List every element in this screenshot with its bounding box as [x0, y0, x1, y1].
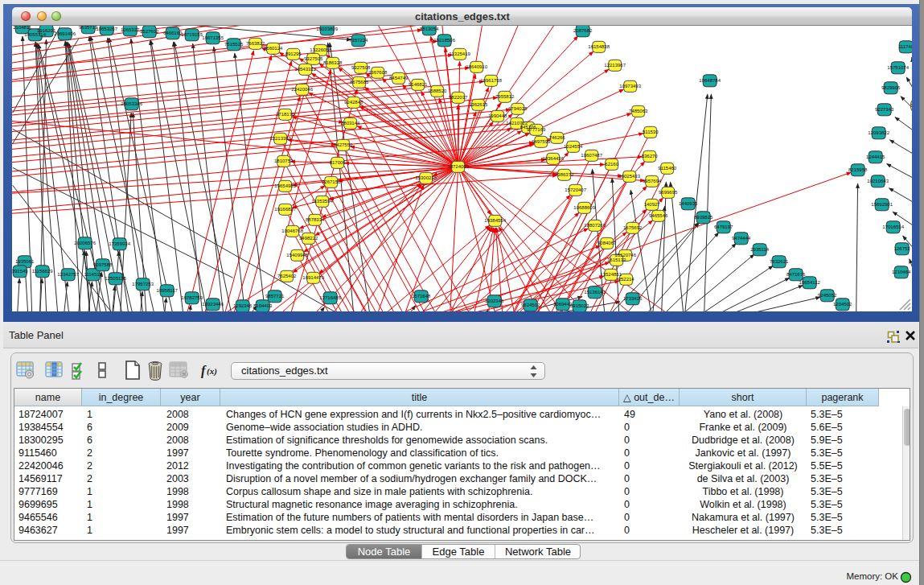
svg-text:20364436: 20364436 [543, 155, 565, 160]
svg-text:391549: 391549 [12, 268, 28, 273]
svg-text:3498222: 3498222 [299, 235, 318, 240]
svg-text:12023446: 12023446 [203, 301, 224, 306]
svg-text:1527602: 1527602 [140, 28, 159, 33]
svg-text:9465546: 9465546 [649, 212, 668, 217]
svg-text:1024554: 1024554 [564, 143, 583, 148]
svg-text:22420046: 22420046 [292, 86, 314, 91]
svg-text:8186328: 8186328 [323, 60, 343, 64]
svg-text:9829906: 9829906 [881, 84, 901, 89]
svg-text:9115460: 9115460 [659, 165, 678, 170]
svg-text:15751074: 15751074 [888, 64, 910, 69]
svg-text:10958117: 10958117 [157, 287, 179, 292]
svg-text:10607487: 10607487 [581, 152, 603, 157]
svg-text:6466160: 6466160 [163, 30, 183, 35]
svg-text:10653267: 10653267 [97, 26, 118, 31]
svg-text:9474444: 9474444 [732, 235, 751, 240]
svg-text:12213369: 12213369 [270, 135, 292, 140]
svg-text:10973493: 10973493 [620, 83, 642, 88]
svg-text:17359934: 17359934 [109, 241, 131, 245]
svg-text:19166827: 19166827 [275, 206, 297, 211]
svg-text:10688609: 10688609 [574, 204, 596, 209]
svg-text:13716485: 13716485 [320, 295, 342, 299]
svg-text:16671355: 16671355 [203, 35, 224, 39]
svg-text:1440935: 1440935 [679, 200, 698, 205]
svg-text:1065327: 1065327 [121, 27, 140, 31]
svg-text:1571648: 1571648 [412, 293, 431, 298]
svg-text:1114519: 1114519 [84, 271, 103, 276]
svg-text:10046768: 10046768 [282, 228, 304, 233]
svg-text:19654985: 19654985 [275, 183, 297, 187]
svg-text:11353594: 11353594 [312, 198, 334, 203]
svg-text:10025433: 10025433 [619, 173, 641, 178]
svg-text:2367608: 2367608 [368, 69, 388, 74]
svg-text:9227343: 9227343 [875, 106, 894, 111]
svg-text:20053346: 20053346 [121, 101, 143, 105]
svg-text:16154838: 16154838 [589, 43, 610, 48]
svg-text:16914479: 16914479 [303, 274, 325, 279]
svg-text:9097588: 9097588 [93, 262, 113, 266]
svg-text:7386372: 7386372 [555, 171, 574, 176]
svg-text:111748: 111748 [898, 43, 912, 48]
svg-text:15136141: 15136141 [585, 289, 606, 294]
svg-text:13226058: 13226058 [310, 47, 332, 51]
svg-text:1675692: 1675692 [623, 225, 643, 229]
svg-text:7357224: 7357224 [349, 37, 368, 42]
svg-text:20206576: 20206576 [75, 240, 97, 245]
svg-text:7955812: 7955812 [495, 93, 515, 98]
svg-text:2087682: 2087682 [573, 27, 593, 32]
svg-text:1204502: 1204502 [833, 301, 852, 306]
svg-text:1588520: 1588520 [428, 88, 447, 93]
svg-text:1810753: 1810753 [274, 158, 294, 163]
svg-text:1990448: 1990448 [488, 113, 507, 117]
svg-text:15692901: 15692901 [872, 201, 893, 206]
svg-text:7663822: 7663822 [246, 40, 265, 45]
svg-text:9777169: 9777169 [527, 126, 546, 131]
svg-text:19218506: 19218506 [434, 37, 456, 42]
svg-text:126753: 126753 [894, 245, 911, 250]
svg-text:1244415: 1244415 [866, 154, 885, 159]
svg-text:5822037: 5822037 [449, 94, 468, 99]
svg-text:8215958: 8215958 [848, 167, 868, 171]
svg-text:9242848: 9242848 [344, 99, 363, 104]
svg-text:8675685: 8675685 [350, 79, 369, 84]
svg-text:17957253: 17957253 [133, 281, 154, 286]
svg-text:6497593: 6497593 [532, 138, 551, 143]
svg-text:8915023: 8915023 [570, 303, 589, 307]
svg-text:15300215: 15300215 [416, 175, 437, 179]
svg-text:11325419: 11325419 [450, 51, 471, 56]
svg-text:1935061: 1935061 [15, 258, 35, 263]
svg-text:7515525: 7515525 [224, 41, 244, 46]
svg-text:9245052: 9245052 [818, 292, 837, 297]
svg-text:9957694: 9957694 [643, 178, 662, 183]
svg-text:13325: 13325 [911, 102, 913, 107]
svg-text:7632621: 7632621 [770, 258, 789, 263]
svg-text:9146821: 9146821 [409, 81, 428, 86]
svg-text:(x): (x) [207, 366, 217, 377]
svg-text:1615132: 1615132 [607, 257, 626, 262]
svg-text:746266: 746266 [549, 134, 566, 139]
svg-text:9084067: 9084067 [598, 240, 617, 245]
svg-text:7485063: 7485063 [629, 108, 648, 113]
svg-text:18724007: 18724007 [448, 163, 470, 168]
svg-text:1210464: 1210464 [892, 269, 911, 274]
svg-text:252214: 252214 [618, 276, 635, 281]
svg-text:9327505: 9327505 [304, 56, 323, 60]
svg-text:10654112: 10654112 [799, 279, 821, 284]
svg-text:891295: 891295 [285, 51, 302, 56]
svg-text:12342757: 12342757 [58, 271, 80, 276]
svg-text:20691406: 20691406 [55, 31, 76, 35]
svg-text:511530: 511530 [643, 129, 659, 134]
svg-text:12505135: 12505135 [105, 275, 127, 280]
svg-text:19384554: 19384554 [485, 217, 507, 222]
svg-text:18640910: 18640910 [466, 64, 488, 68]
svg-text:12213967: 12213967 [605, 62, 626, 67]
svg-text:3267150: 3267150 [322, 179, 341, 183]
svg-text:1733426: 1733426 [623, 295, 643, 300]
svg-text:1362615: 1362615 [469, 101, 488, 106]
svg-text:8104403: 8104403 [253, 303, 273, 307]
svg-text:10719155: 10719155 [182, 31, 203, 36]
svg-text:9624502: 9624502 [521, 302, 540, 307]
svg-text:536270: 536270 [642, 153, 659, 158]
svg-text:9699695: 9699695 [659, 189, 678, 194]
svg-text:8813054: 8813054 [420, 26, 439, 31]
